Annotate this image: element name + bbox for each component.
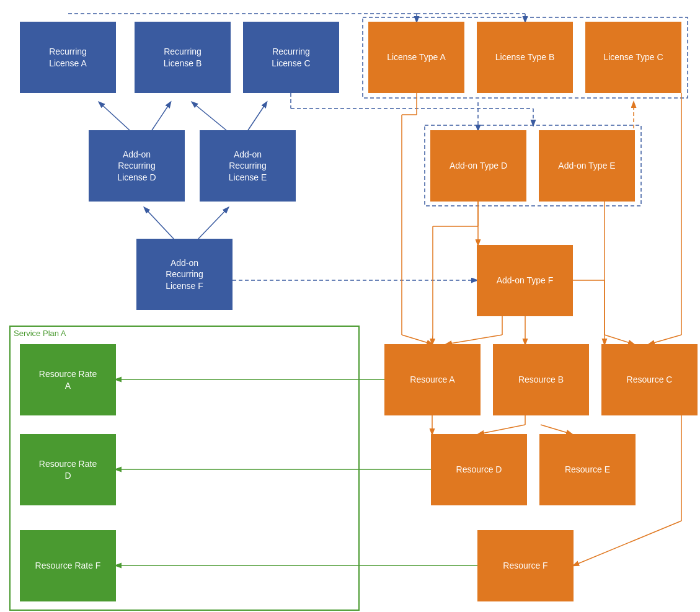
recurring-license-c: RecurringLicense C (243, 22, 339, 93)
svg-line-11 (99, 102, 130, 130)
svg-line-21 (402, 335, 432, 344)
license-type-a: License Type A (368, 22, 464, 93)
addon-recurring-license-e: Add-onRecurringLicense E (200, 130, 296, 202)
license-type-c: License Type C (585, 22, 681, 93)
svg-line-15 (144, 208, 174, 239)
license-type-b: License Type B (477, 22, 573, 93)
svg-line-32 (541, 425, 572, 434)
svg-line-14 (248, 102, 267, 130)
addon-recurring-license-f: Add-onRecurringLicense F (136, 239, 233, 310)
svg-line-12 (152, 102, 171, 130)
svg-line-16 (198, 208, 228, 239)
resource-a: Resource A (384, 344, 481, 415)
addon-type-f: Add-on Type F (477, 245, 573, 316)
resource-rate-d: Resource RateD (20, 434, 116, 505)
resource-rate-f: Resource Rate F (20, 530, 116, 601)
svg-line-25 (432, 335, 433, 344)
resource-e: Resource E (539, 434, 636, 505)
addon-type-d: Add-on Type D (430, 130, 526, 202)
resource-b: Resource B (493, 344, 589, 415)
service-plan-label: Service Plan A (14, 329, 66, 338)
svg-line-31 (479, 425, 525, 434)
resource-d: Resource D (431, 434, 527, 505)
svg-line-37 (605, 335, 634, 344)
svg-line-34 (649, 335, 681, 344)
diagram-container: Service Plan A RecurringLicense A Recurr… (0, 0, 700, 612)
svg-line-13 (192, 102, 226, 130)
addon-type-e: Add-on Type E (539, 130, 635, 202)
recurring-license-b: RecurringLicense B (135, 22, 231, 93)
svg-line-27 (446, 335, 502, 344)
recurring-license-a: RecurringLicense A (20, 22, 116, 93)
addon-recurring-license-d: Add-onRecurringLicense D (89, 130, 185, 202)
resource-c: Resource C (601, 344, 698, 415)
resource-rate-a: Resource RateA (20, 344, 116, 415)
resource-f: Resource F (477, 530, 574, 601)
svg-line-41 (574, 521, 681, 565)
